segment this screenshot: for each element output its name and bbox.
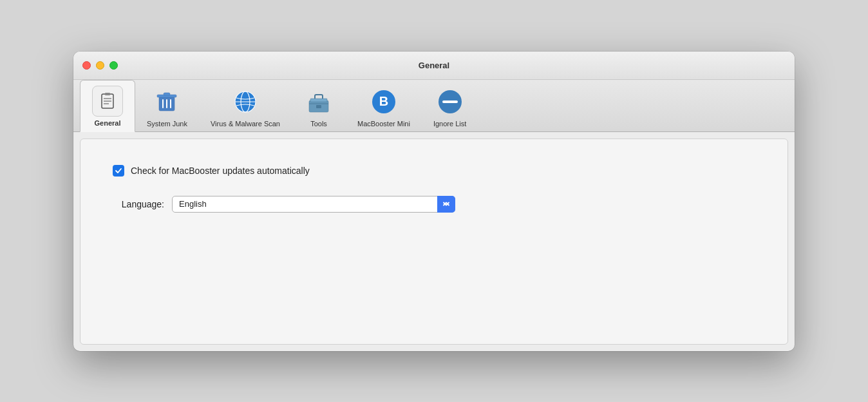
content-area: Check for MacBooster updates automatical…	[80, 139, 788, 345]
close-button[interactable]	[82, 61, 91, 70]
language-select-wrapper: English French German Spanish Chinese Ja…	[172, 196, 455, 213]
general-tab-icon	[92, 86, 123, 117]
tab-virus-malware[interactable]: Virus & Malware Scan	[199, 81, 292, 131]
window-title: General	[419, 61, 449, 70]
tab-virus-malware-label: Virus & Malware Scan	[211, 120, 280, 128]
tab-macbooster-mini[interactable]: B MacBooster Mini	[346, 81, 422, 131]
language-select[interactable]: English French German Spanish Chinese Ja…	[172, 196, 455, 213]
tab-system-junk-label: System Junk	[147, 120, 187, 128]
tab-system-junk[interactable]: System Junk	[135, 81, 199, 131]
macbooster-mini-icon: B	[368, 86, 399, 117]
ignore-list-icon	[435, 86, 466, 117]
tab-general-label: General	[95, 119, 121, 127]
svg-rect-16	[310, 99, 327, 102]
tab-ignore-list[interactable]: Ignore List	[422, 81, 478, 131]
language-label: Language:	[113, 199, 164, 209]
tab-tools-label: Tools	[310, 120, 327, 128]
main-window: General General	[73, 52, 795, 351]
svg-text:B: B	[379, 94, 388, 108]
language-row: Language: English French German Spanish …	[113, 196, 755, 213]
virus-malware-icon	[230, 86, 261, 117]
system-junk-icon	[151, 86, 182, 117]
auto-update-checkbox[interactable]	[113, 165, 124, 177]
tab-ignore-list-label: Ignore List	[433, 120, 466, 128]
auto-update-label: Check for MacBooster updates automatical…	[131, 166, 310, 176]
tab-macbooster-mini-label: MacBooster Mini	[357, 120, 410, 128]
svg-rect-1	[105, 93, 110, 95]
svg-rect-10	[164, 93, 170, 95]
tab-general[interactable]: General	[80, 80, 135, 132]
auto-update-row: Check for MacBooster updates automatical…	[113, 165, 755, 177]
titlebar: General	[73, 52, 795, 80]
traffic-lights	[82, 61, 118, 70]
minimize-button[interactable]	[96, 61, 104, 70]
toolbar: General System Junk	[73, 80, 795, 132]
tab-tools[interactable]: Tools	[292, 81, 346, 131]
tools-icon	[303, 86, 334, 117]
maximize-button[interactable]	[109, 61, 118, 70]
svg-rect-17	[316, 105, 321, 108]
